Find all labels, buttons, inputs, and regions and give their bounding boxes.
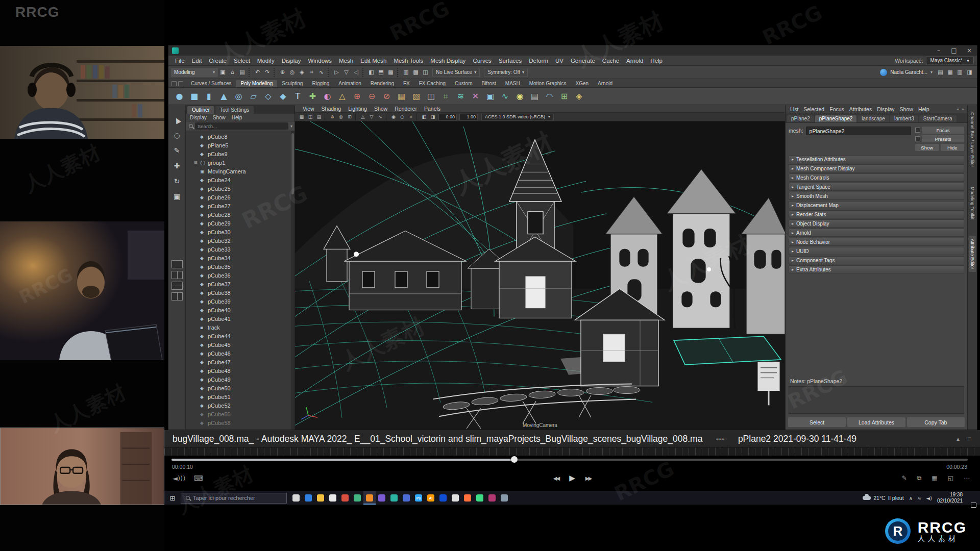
shelf-tool-icon[interactable]: △ — [335, 89, 349, 103]
attribute-section-header[interactable]: ▸ Node Behavior — [789, 238, 964, 246]
keyboard-icon[interactable]: ⌨ — [193, 474, 203, 482]
outliner-item[interactable]: ◆ pCube47 — [186, 358, 295, 366]
panel-toggle-icon[interactable]: ▥ — [955, 67, 965, 77]
sidebar-vertical-tab[interactable]: Attribute Editor — [969, 236, 976, 272]
menu-item[interactable]: Mesh — [335, 58, 357, 64]
sidebar-vertical-tab[interactable]: Channel Box / Layer Editor — [969, 109, 976, 170]
show-button[interactable]: Show — [915, 144, 939, 151]
collapse-icon[interactable]: ▴ — [957, 435, 960, 442]
shelf-tool-icon[interactable]: ■ — [187, 89, 201, 103]
taskbar-app-icon[interactable] — [339, 491, 351, 505]
taskbar-app-icon[interactable] — [400, 491, 412, 505]
shelf-tool-icon[interactable]: ⊘ — [380, 89, 394, 103]
shelf-tool-icon[interactable]: ◇ — [261, 89, 275, 103]
menu-item[interactable]: File — [172, 58, 188, 64]
outliner-item[interactable]: ◆ pCube39 — [186, 297, 295, 306]
outliner-item[interactable]: ◆ pCube46 — [186, 349, 295, 358]
attribute-section-header[interactable]: ▸ Mesh Component Display — [789, 164, 964, 172]
panel-toggle-icon[interactable]: ▦ — [945, 67, 955, 77]
capture-icon[interactable]: ⧉ — [917, 474, 922, 482]
gamma-field[interactable]: 1.00 — [459, 114, 478, 120]
status-icon[interactable]: ▷ — [332, 67, 341, 77]
node-tab[interactable]: pPlaneShape2 — [815, 115, 857, 122]
viewport-toolbar-icon[interactable] — [325, 114, 327, 120]
layout-single-icon[interactable] — [172, 260, 183, 268]
shelf-tool-icon[interactable]: ◈ — [572, 89, 586, 103]
outliner-item[interactable]: ◆ pCube37 — [186, 280, 295, 288]
node-tab[interactable]: pPlane2 — [787, 115, 814, 122]
shelf-tab[interactable]: Arnold — [593, 80, 617, 87]
viewport-menu-item[interactable]: Renderer — [391, 106, 421, 112]
outliner-item[interactable]: ◆ pCube30 — [186, 228, 295, 236]
shelf-tab[interactable]: FX — [399, 80, 414, 87]
colorspace-dropdown[interactable]: ACES 1.0 SDR-video (sRGB) ▾ — [481, 114, 554, 120]
taskbar-app-icon[interactable]: Ps — [412, 491, 425, 505]
node-tab[interactable]: lambert3 — [890, 115, 918, 122]
shelf-tool-icon[interactable]: ✕ — [469, 89, 482, 103]
outliner-item[interactable]: ◆ pCube41 — [186, 314, 295, 323]
status-icon[interactable]: ⌗ — [307, 67, 316, 77]
status-icon[interactable]: ▽ — [341, 67, 351, 77]
toolbox-tool-icon[interactable]: ✚ — [171, 160, 183, 172]
viewport-toolbar-icon[interactable]: ○ — [398, 113, 406, 121]
attribute-editor-footer-button[interactable]: Copy Tab — [907, 417, 965, 427]
shelf-tool-icon[interactable]: ◆ — [276, 89, 290, 103]
outliner-menu-item[interactable]: Display — [190, 115, 207, 120]
layout-two-pane-icon[interactable] — [172, 271, 183, 279]
seek-bar[interactable] — [172, 459, 968, 461]
minimize-button[interactable]: – — [931, 47, 946, 54]
exposure-field[interactable]: 0.00 — [438, 114, 457, 120]
taskbar-app-icon[interactable] — [461, 491, 474, 505]
taskbar-clock[interactable]: 19:38 02/10/2021 — [937, 492, 963, 504]
attribute-editor-menu-item[interactable]: Help — [916, 106, 932, 112]
shelf-tab[interactable]: Custom — [450, 80, 477, 87]
menu-item[interactable]: UV — [552, 58, 567, 64]
outliner-item[interactable]: ◆ pCube48 — [186, 366, 295, 375]
viewport-menu-item[interactable]: Shading — [318, 106, 345, 112]
status-icon[interactable] — [249, 68, 251, 77]
window-titlebar[interactable]: – □ × — [168, 45, 977, 56]
attribute-editor-menu-item[interactable]: Attributes — [847, 106, 874, 112]
tab-scroll-right-icon[interactable]: » — [961, 107, 964, 112]
viewport-toolbar-icon[interactable]: ⊞ — [346, 113, 354, 121]
shelf-tool-icon[interactable]: ▲ — [217, 89, 231, 103]
menu-set-dropdown[interactable]: Modeling ▾ — [171, 68, 218, 77]
taskbar-app-icon[interactable] — [388, 491, 400, 505]
outliner-menu-item[interactable]: Help — [232, 115, 242, 120]
toolbox-tool-icon[interactable]: ◌ — [171, 129, 183, 141]
viewport-toolbar-icon[interactable] — [386, 114, 388, 120]
outliner-item[interactable]: ◆ pCube36 — [186, 271, 295, 280]
viewport-toolbar-icon[interactable] — [416, 114, 419, 120]
viewport-menu-item[interactable]: Lighting — [345, 106, 371, 112]
menu-item[interactable]: Generate — [567, 58, 599, 64]
shelf-tool-icon[interactable]: ⊕ — [350, 89, 364, 103]
outliner-tab[interactable]: Outliner — [187, 106, 214, 114]
outliner-item[interactable]: ◆ pCube29 — [186, 219, 295, 228]
taskbar-app-icon[interactable] — [437, 491, 449, 505]
outliner-item[interactable]: ◆ pCube34 — [186, 254, 295, 262]
status-icon[interactable] — [328, 68, 330, 77]
shelf-tool-icon[interactable]: T — [291, 89, 305, 103]
status-icon[interactable]: ↶ — [253, 67, 262, 77]
toolbox-tool-icon[interactable]: ↻ — [171, 175, 183, 187]
menu-item[interactable]: Arnold — [623, 58, 647, 64]
outliner-item[interactable]: ◆ pCube55 — [186, 410, 295, 418]
attribute-section-header[interactable]: ▸ Extra Attributes — [789, 265, 964, 273]
outliner-item[interactable]: ◆ pCube9 — [186, 149, 295, 158]
shelf-tab[interactable]: Rendering — [366, 80, 399, 87]
attribute-section-header[interactable]: ▸ Arnold — [789, 229, 964, 237]
outliner-item[interactable]: ⊞ ◯ group1 — [186, 158, 295, 167]
shelf-tab[interactable]: FX Caching — [414, 80, 450, 87]
viewport-toolbar-icon[interactable]: ⊕ — [328, 113, 336, 121]
outliner-item[interactable]: ◆ pCube24 — [186, 176, 295, 184]
taskbar-app-icon[interactable] — [449, 491, 461, 505]
taskbar-app-icon[interactable] — [474, 491, 486, 505]
taskbar-app-icon[interactable] — [486, 491, 498, 505]
outliner-item[interactable]: ◆ pCube8 — [186, 132, 295, 141]
attribute-section-header[interactable]: ▸ Component Tags — [789, 256, 964, 264]
viewport-toolbar-icon[interactable] — [355, 114, 357, 120]
outliner-item[interactable]: ◆ pCube26 — [186, 193, 295, 202]
attribute-editor-menu-item[interactable]: Display — [874, 106, 897, 112]
status-icon[interactable]: ◈ — [297, 67, 307, 77]
status-icon[interactable]: ∿ — [316, 67, 326, 77]
